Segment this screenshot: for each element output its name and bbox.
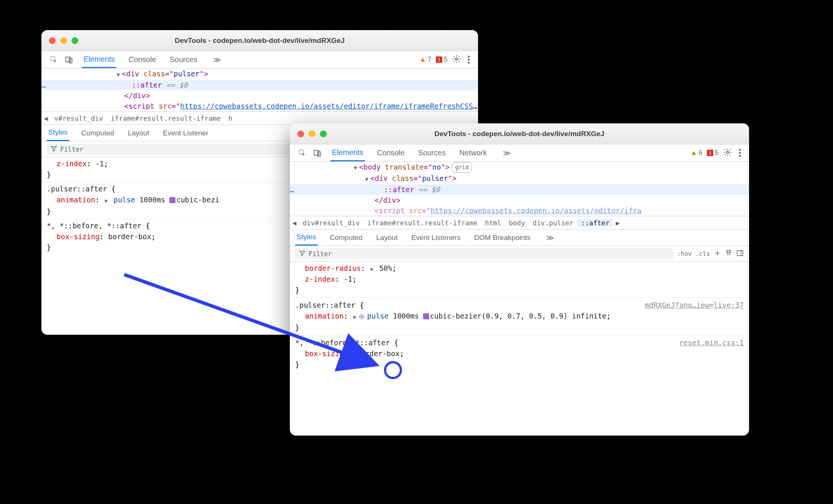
breadcrumb-scroll-left[interactable]: ◀ [290,219,299,227]
subtabs-overflow-icon[interactable]: ≫ [542,229,558,246]
subtab-styles[interactable]: Styles [47,125,69,141]
tab-sources[interactable]: Sources [417,144,447,161]
easing-swatch-icon[interactable] [423,313,429,319]
error-icon: ! [707,150,713,156]
more-menu-icon[interactable] [737,149,743,157]
traffic-lights [290,131,327,137]
devtools-toolbar: Elements Console Sources ≫ ▲7 !5 [41,51,478,68]
titlebar[interactable]: DevTools - codepen.io/web-dot-dev/live/m… [290,123,749,144]
tab-console[interactable]: Console [127,51,157,68]
close-window-button[interactable] [297,131,304,137]
minimize-window-button[interactable] [309,131,315,137]
titlebar[interactable]: DevTools - codepen.io/web-dot-dev/live/m… [41,30,478,51]
elements-panel: ▼<body translate="no">grid ▼<div class="… [290,162,749,216]
breadcrumb-item[interactable]: body [505,219,529,227]
new-style-rule-icon[interactable] [714,249,721,258]
tab-network[interactable]: Network [458,144,488,161]
breadcrumb-item[interactable]: html [481,219,505,227]
svg-rect-9 [737,250,743,255]
subtab-event-listeners[interactable]: Event Listeners [410,229,462,246]
elements-panel: ▼<div class="pulser"> ::after == $0 </di… [41,68,478,111]
chevron-right-icon[interactable]: ▶ [105,196,108,206]
errors-badge[interactable]: !5 [436,56,448,64]
breadcrumb-scroll-right[interactable]: ▶ [613,219,622,227]
breadcrumb-bar: ◀ v#result_div iframe#result.result-ifra… [41,111,478,125]
maximize-window-button[interactable] [72,37,78,44]
cls-toggle[interactable]: .cls [695,250,710,257]
dom-node-selected[interactable]: ::after == $0 [290,184,749,195]
maximize-window-button[interactable] [320,131,327,137]
warnings-badge[interactable]: ▲6 [690,149,702,157]
hov-toggle[interactable]: :hov [677,250,692,257]
minimize-window-button[interactable] [60,37,67,44]
errors-badge[interactable]: !5 [707,149,719,157]
annotation-arrow [113,267,391,380]
copy-styles-icon[interactable] [725,249,732,258]
subtab-layout[interactable]: Layout [126,125,151,141]
svg-point-7 [726,151,729,153]
subtab-computed[interactable]: Computed [328,229,364,246]
dom-node[interactable]: ▼<div class="pulser"> [41,68,478,80]
settings-icon[interactable] [723,148,732,158]
tab-elements[interactable]: Elements [82,51,116,68]
tab-console[interactable]: Console [375,144,406,161]
grid-badge[interactable]: grid [452,162,472,173]
breadcrumb-item[interactable]: iframe#result.result-iframe [364,219,481,227]
filter-placeholder: Filter [309,250,332,258]
subtab-styles[interactable]: Styles [295,229,318,246]
more-menu-icon[interactable] [466,56,472,64]
inspect-element-icon[interactable] [49,55,59,65]
svg-rect-2 [69,58,72,63]
dom-node-selected[interactable]: ::after == $0 [41,80,478,90]
error-icon: ! [436,56,442,63]
breadcrumb-item[interactable]: div.pulser [529,219,577,227]
breadcrumb-item[interactable]: h [225,114,236,122]
source-link[interactable]: mdRXGeJ?ano…iew=live:37 [645,300,744,310]
settings-icon[interactable] [452,55,461,65]
filter-placeholder: Filter [60,146,83,153]
tabs-overflow-icon[interactable]: ≫ [499,144,515,161]
device-toolbar-icon[interactable] [312,148,322,158]
breadcrumb-scroll-left[interactable]: ◀ [41,114,50,122]
dom-node[interactable]: </div> [290,195,749,205]
easing-swatch-icon[interactable] [169,197,175,203]
subtab-event-listeners[interactable]: Event Listener [161,125,210,141]
svg-rect-5 [314,150,319,155]
svg-rect-1 [66,57,70,62]
svg-line-12 [124,275,376,365]
svg-rect-8 [727,250,731,252]
subtab-layout[interactable]: Layout [375,229,399,246]
source-link[interactable]: reset.min.css:1 [679,338,744,348]
warnings-badge[interactable]: ▲7 [419,56,431,64]
close-window-button[interactable] [49,37,56,44]
dom-node[interactable]: <script src="https://cpwebassets.codepen… [290,205,749,216]
breadcrumb-item[interactable]: div#result_div [299,219,364,227]
styles-subtabs: Styles Computed Layout Event Listeners D… [290,229,749,246]
funnel-icon [299,250,306,258]
svg-rect-6 [318,152,320,156]
dom-node[interactable]: ▼<div class="pulser"> [290,173,749,184]
styles-filter-input[interactable]: Filter [295,248,673,260]
dom-node[interactable]: ▼<body translate="no">grid [290,162,749,173]
dom-node[interactable]: </div> [41,90,478,101]
breadcrumb-item[interactable]: iframe#result.result-iframe [107,114,225,122]
warning-icon: ▲ [690,149,697,157]
breadcrumb-item-selected[interactable]: ::after [577,219,613,227]
devtools-toolbar: Elements Console Sources Network ≫ ▲6 !5 [290,144,749,162]
breadcrumb-item[interactable]: v#result_div [50,114,107,122]
warning-icon: ▲ [419,56,426,64]
svg-point-3 [455,58,458,60]
traffic-lights [41,37,78,44]
dom-node[interactable]: <script src="https://cpwebassets.codepen… [41,101,478,111]
inspect-element-icon[interactable] [297,148,307,158]
styles-filterbar: Filter :hov .cls [290,246,749,262]
tab-elements[interactable]: Elements [330,144,365,161]
breadcrumb-bar: ◀ div#result_div iframe#result.result-if… [290,216,749,229]
computed-sidebar-icon[interactable] [736,249,744,258]
tab-sources[interactable]: Sources [168,51,199,68]
device-toolbar-icon[interactable] [64,55,74,65]
tabs-overflow-icon[interactable]: ≫ [209,51,225,68]
subtab-computed[interactable]: Computed [80,125,116,141]
window-title: DevTools - codepen.io/web-dot-dev/live/m… [290,130,749,138]
subtab-dom-breakpoints[interactable]: DOM Breakpoints [472,229,532,246]
